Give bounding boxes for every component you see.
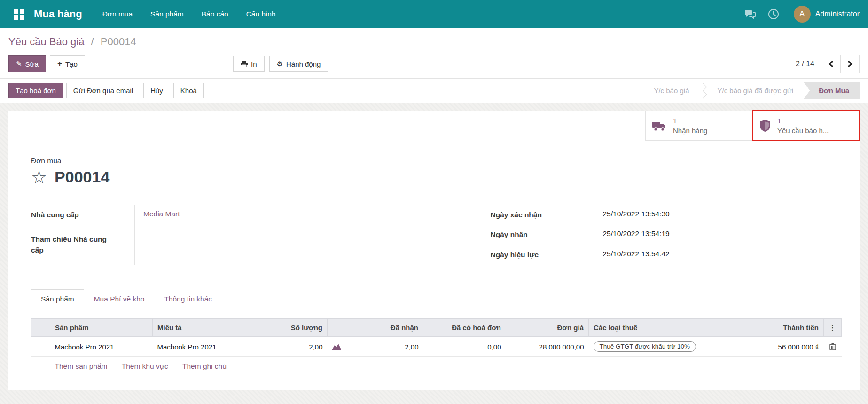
tax-badge: Thuế GTGT được khấu trừ 10% [594, 341, 696, 352]
favorite-star-icon[interactable]: ☆ [31, 168, 47, 186]
menu-bao-cao[interactable]: Báo cáo [193, 0, 237, 28]
receipt-date-value: 25/10/2022 13:54:19 [594, 225, 837, 245]
control-panel: Yêu cầu Báo giá / P00014 ✎ Sửa + Tạo [0, 28, 868, 79]
add-section-link[interactable]: Thêm khu vực [122, 362, 168, 370]
warranty-count: 1 [777, 116, 829, 126]
vendor-reference-label: Tham chiếu Nhà cung cấp [31, 230, 123, 265]
doc-type-label: Đơn mua [31, 157, 837, 165]
state-rfq-sent[interactable]: Y/c báo giá đã được gửi [707, 82, 804, 99]
pager-next-button[interactable] [840, 55, 859, 73]
billed-column-header: Đã có hoá đơn [423, 319, 506, 337]
tab-other-info[interactable]: Thông tin khác [154, 289, 222, 309]
statusbar: Tạo hoá đơn Gửi Đơn qua email Hủy Khoá Y… [0, 79, 868, 103]
action-button[interactable]: ⚙ Hành động [269, 56, 328, 72]
cell-taxes: Thuế GTGT được khấu trừ 10% [589, 337, 735, 357]
printer-icon [241, 61, 248, 67]
truck-icon [652, 120, 666, 132]
row-handle[interactable] [31, 337, 50, 357]
confirm-date-label: Ngày xác nhận [491, 205, 594, 225]
table-row[interactable]: Macbook Pro 2021 Macbook Pro 2021 2,00 2… [31, 337, 842, 357]
print-button[interactable]: In [233, 56, 265, 72]
vendor-reference-value [134, 230, 434, 265]
page-background [0, 390, 868, 396]
delete-line-button[interactable] [824, 337, 842, 357]
add-product-link[interactable]: Thêm sản phẩm [55, 362, 108, 370]
cell-unit-price: 28.000.000,00 [506, 337, 589, 357]
state-purchase-order[interactable]: Đơn Mua [804, 82, 860, 99]
effective-date-value: 25/10/2022 13:54:42 [594, 245, 837, 265]
menu-san-pham[interactable]: Sản phẩm [141, 0, 193, 28]
app-name[interactable]: Mua hàng [34, 8, 82, 20]
user-name: Administrator [815, 10, 860, 18]
receipts-label: Nhận hàng [673, 126, 707, 135]
handle-column-header [31, 319, 50, 337]
field-group-left: Nhà cung cấp Media Mart Tham chiếu Nhà c… [31, 205, 434, 265]
smart-button-box: 1 Nhận hàng 1 Yêu cầu bảo h... [8, 111, 860, 141]
effective-date-label: Ngày hiệu lực [491, 245, 594, 265]
trash-icon [829, 343, 837, 350]
pager-count: 2 / 14 [796, 60, 814, 68]
edit-button[interactable]: ✎ Sửa [8, 55, 46, 72]
confirm-date-value: 25/10/2022 13:54:30 [594, 205, 837, 225]
warranty-smart-button[interactable]: 1 Yêu cầu bảo h... [752, 111, 860, 141]
description-column-header: Miêu tả [153, 319, 252, 337]
top-navbar: Mua hàng Đơn mua Sản phẩm Báo cáo Cấu hì… [0, 0, 868, 28]
breadcrumb-parent-link[interactable]: Yêu cầu Báo giá [8, 36, 84, 48]
apps-menu-icon[interactable] [8, 4, 29, 24]
chevron-left-icon [828, 61, 834, 67]
cell-received: 2,00 [352, 337, 423, 357]
received-column-header: Đã nhận [352, 319, 423, 337]
tab-products[interactable]: Sản phẩm [31, 289, 84, 309]
menu-cau-hinh[interactable]: Cấu hình [237, 0, 285, 28]
messages-icon[interactable] [740, 4, 760, 24]
pager-previous-button[interactable] [821, 55, 840, 73]
optional-columns-icon[interactable]: ⋮ [824, 319, 842, 337]
receipts-smart-button[interactable]: 1 Nhận hàng [645, 111, 752, 141]
menu-don-mua[interactable]: Đơn mua [94, 0, 141, 28]
form-sheet: 1 Nhận hàng 1 Yêu cầu bảo h... [8, 111, 860, 390]
breadcrumb: Yêu cầu Báo giá / P00014 [8, 36, 860, 48]
warranty-label: Yêu cầu bảo h... [777, 126, 829, 135]
cell-description: Macbook Pro 2021 [153, 337, 252, 357]
qty-column-header: Số lượng [252, 319, 328, 337]
plus-icon: + [57, 59, 62, 69]
lock-button[interactable]: Khoá [173, 83, 204, 98]
chevron-right-icon [847, 61, 853, 67]
notebook-tabs: Sản phẩm Mua Phí về kho Thông tin khác [31, 289, 837, 309]
unit-price-column-header: Đơn giá [506, 319, 589, 337]
main-menu: Đơn mua Sản phẩm Báo cáo Cấu hình [94, 0, 285, 28]
status-pipeline: Y/c báo giá Y/c báo giá đã được gửi Đơn … [643, 82, 860, 99]
pencil-icon: ✎ [16, 60, 22, 68]
table-footer-links: Thêm sản phẩm Thêm khu vực Thêm ghi chú [50, 357, 842, 376]
page-title: P00014 [55, 168, 109, 186]
receipt-date-label: Ngày nhận [491, 225, 594, 245]
activity-clock-icon[interactable] [764, 4, 783, 24]
gear-icon: ⚙ [277, 60, 283, 68]
receipts-count: 1 [673, 116, 707, 126]
cell-billed: 0,00 [423, 337, 506, 357]
breadcrumb-separator: / [91, 36, 94, 48]
product-column-header: Sản phẩm [50, 319, 153, 337]
send-by-email-button[interactable]: Gửi Đơn qua email [66, 83, 140, 98]
order-lines-table: Sản phẩm Miêu tả Số lượng Đã nhận Đã có … [31, 318, 842, 376]
tab-landed-costs[interactable]: Mua Phí về kho [84, 289, 155, 309]
cancel-button[interactable]: Hủy [143, 83, 170, 98]
forecast-column-header [328, 319, 352, 337]
cell-qty: 2,00 [252, 337, 328, 357]
forecast-report-icon[interactable] [328, 337, 352, 357]
taxes-column-header: Các loại thuế [589, 319, 735, 337]
shield-icon [759, 119, 771, 132]
breadcrumb-current: P00014 [101, 36, 136, 48]
vendor-field-label: Nhà cung cấp [31, 205, 134, 230]
avatar: A [794, 6, 811, 23]
state-rfq[interactable]: Y/c báo giá [643, 82, 699, 99]
cell-subtotal: 56.000.000 ₫ [735, 337, 824, 357]
subtotal-column-header: Thành tiền [735, 319, 824, 337]
create-bill-button[interactable]: Tạo hoá đơn [8, 83, 63, 98]
add-note-link[interactable]: Thêm ghi chú [182, 362, 227, 370]
vendor-field-value[interactable]: Media Mart [134, 205, 434, 230]
user-menu[interactable]: A Administrator [787, 6, 860, 23]
state-separator-icon [699, 82, 707, 99]
field-group-right: Ngày xác nhận 25/10/2022 13:54:30 Ngày n… [434, 205, 837, 265]
create-button[interactable]: + Tạo [50, 55, 85, 72]
